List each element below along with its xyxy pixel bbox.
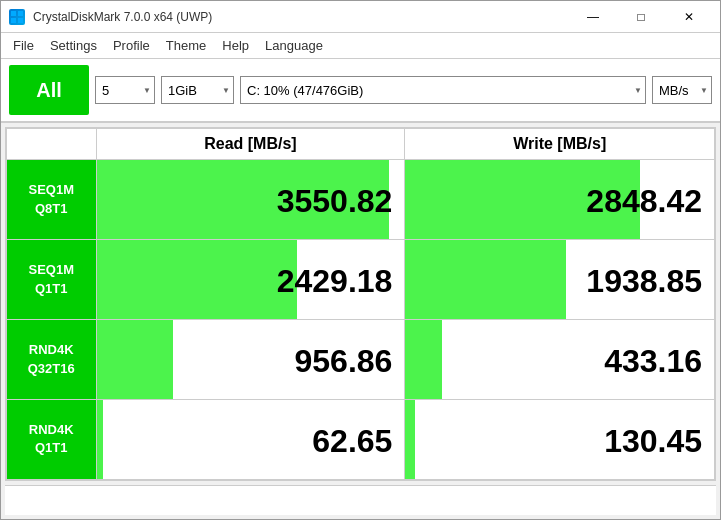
write-header: Write [MB/s] <box>405 128 715 160</box>
close-button[interactable]: ✕ <box>666 5 712 29</box>
menu-language[interactable]: Language <box>257 36 331 55</box>
menu-theme[interactable]: Theme <box>158 36 214 55</box>
table-row: RND4KQ32T16 956.86 433.16 <box>6 320 715 400</box>
size-select-wrapper: 1GiB 512MiB 2GiB 4GiB <box>161 76 234 104</box>
toolbar: All 5 1 3 9 1GiB 512MiB 2GiB 4GiB C: 10%… <box>1 59 720 123</box>
write-cell-3: 130.45 <box>405 400 715 480</box>
menu-settings[interactable]: Settings <box>42 36 105 55</box>
drive-select-wrapper: C: 10% (47/476GiB) <box>240 76 646 104</box>
app-icon <box>9 9 25 25</box>
size-select[interactable]: 1GiB 512MiB 2GiB 4GiB <box>161 76 234 104</box>
table-header-row: Read [MB/s] Write [MB/s] <box>6 128 715 160</box>
read-value-1: 2429.18 <box>97 259 405 300</box>
read-cell-2: 956.86 <box>96 320 405 400</box>
write-cell-2: 433.16 <box>405 320 715 400</box>
row-label-1: SEQ1MQ1T1 <box>6 240 96 320</box>
table-row: SEQ1MQ8T1 3550.82 2848.42 <box>6 160 715 240</box>
maximize-button[interactable]: □ <box>618 5 664 29</box>
menu-profile[interactable]: Profile <box>105 36 158 55</box>
app-window: CrystalDiskMark 7.0.0 x64 (UWP) — □ ✕ Fi… <box>0 0 721 520</box>
all-button[interactable]: All <box>9 65 89 115</box>
unit-select-wrapper: MB/s GB/s IOPS <box>652 76 712 104</box>
svg-rect-1 <box>18 11 23 16</box>
drive-select[interactable]: C: 10% (47/476GiB) <box>240 76 646 104</box>
svg-rect-2 <box>11 18 16 23</box>
minimize-button[interactable]: — <box>570 5 616 29</box>
menu-help[interactable]: Help <box>214 36 257 55</box>
write-value-1: 1938.85 <box>405 259 714 300</box>
read-value-0: 3550.82 <box>97 179 405 220</box>
benchmark-table: Read [MB/s] Write [MB/s] SEQ1MQ8T1 3550.… <box>5 127 716 481</box>
read-cell-3: 62.65 <box>96 400 405 480</box>
runs-select-wrapper: 5 1 3 9 <box>95 76 155 104</box>
row-label-0: SEQ1MQ8T1 <box>6 160 96 240</box>
row-label-3: RND4KQ1T1 <box>6 400 96 480</box>
write-value-0: 2848.42 <box>405 179 714 220</box>
read-header: Read [MB/s] <box>96 128 405 160</box>
status-bar <box>5 485 716 515</box>
label-header <box>6 128 96 160</box>
write-cell-1: 1938.85 <box>405 240 715 320</box>
svg-rect-3 <box>18 18 23 23</box>
write-value-3: 130.45 <box>405 419 714 460</box>
menu-bar: File Settings Profile Theme Help Languag… <box>1 33 720 59</box>
write-value-2: 433.16 <box>405 339 714 380</box>
read-cell-1: 2429.18 <box>96 240 405 320</box>
title-bar-controls: — □ ✕ <box>570 5 712 29</box>
title-bar: CrystalDiskMark 7.0.0 x64 (UWP) — □ ✕ <box>1 1 720 33</box>
benchmark-content: Read [MB/s] Write [MB/s] SEQ1MQ8T1 3550.… <box>1 123 720 519</box>
read-value-3: 62.65 <box>97 419 405 460</box>
read-cell-0: 3550.82 <box>96 160 405 240</box>
svg-rect-0 <box>11 11 16 16</box>
read-value-2: 956.86 <box>97 339 405 380</box>
menu-file[interactable]: File <box>5 36 42 55</box>
row-label-2: RND4KQ32T16 <box>6 320 96 400</box>
window-title: CrystalDiskMark 7.0.0 x64 (UWP) <box>33 10 212 24</box>
title-bar-left: CrystalDiskMark 7.0.0 x64 (UWP) <box>9 9 212 25</box>
table-row: SEQ1MQ1T1 2429.18 1938.85 <box>6 240 715 320</box>
runs-select[interactable]: 5 1 3 9 <box>95 76 155 104</box>
table-row: RND4KQ1T1 62.65 130.45 <box>6 400 715 480</box>
write-cell-0: 2848.42 <box>405 160 715 240</box>
unit-select[interactable]: MB/s GB/s IOPS <box>652 76 712 104</box>
